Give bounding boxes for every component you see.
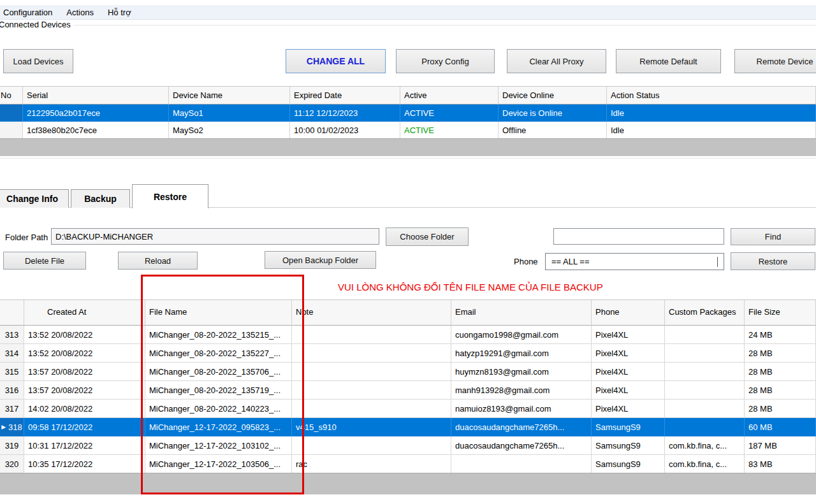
backup-row[interactable]: 313 13:52 20/08/2022 MiChanger_08-20-202… [0,326,816,344]
backup-packages-cell[interactable] [665,363,745,381]
backup-email-cell[interactable]: huymzn8193@gmail.com [451,363,592,381]
backup-phone-cell[interactable]: Pixel4XL [592,326,665,344]
backup-packages-cell[interactable] [665,344,745,363]
device-row[interactable]: 1cf38e80b20c7ece MaySo2 10:00 01/02/2023… [0,122,816,139]
backup-filesize-cell[interactable]: 187 MB [745,436,816,455]
backup-row-number[interactable]: 313 [0,326,24,344]
tab-change-info[interactable]: Change Info [0,189,69,208]
device-action-status-cell[interactable]: Idle [607,104,816,122]
reload-button[interactable]: Reload [118,252,198,270]
backup-col-phone[interactable]: Phone [592,300,665,326]
backup-col-custom-packages[interactable]: Custom Packages [665,300,745,326]
backup-phone-cell[interactable]: Pixel4XL [592,363,665,381]
device-online-cell[interactable]: Offline [499,122,607,139]
backup-col-created-at[interactable]: Created At [24,300,145,326]
backup-email-cell[interactable]: cuongamo1998@gmail.com [451,326,592,344]
backup-row-number[interactable]: 315 [0,363,24,381]
find-button[interactable]: Find [731,228,815,245]
remote-default-button[interactable]: Remote Default [616,49,721,73]
backup-row[interactable]: 320 10:35 17/12/2022 MiChanger_12-17-202… [0,455,816,473]
backup-row-number[interactable]: 320 [0,455,24,473]
load-devices-button[interactable]: Load Devices [3,49,73,73]
device-row-header[interactable] [0,122,23,139]
backup-note-cell[interactable] [292,436,451,455]
backup-created-cell[interactable]: 13:52 20/08/2022 [24,344,145,363]
backup-row[interactable]: 314 13:52 20/08/2022 MiChanger_08-20-202… [0,344,816,363]
backup-row-number[interactable]: 317 [0,400,24,418]
backup-filename-cell[interactable]: MiChanger_08-20-2022_140223_... [145,400,292,418]
device-expired-cell[interactable]: 10:00 01/02/2023 [290,122,400,139]
remote-device-button[interactable]: Remote Device [734,49,816,73]
backup-created-cell[interactable]: 14:02 20/08/2022 [24,400,145,418]
device-serial-cell[interactable]: 2122950a2b017ece [23,104,169,122]
backup-note-cell[interactable]: v415_s910 [292,418,451,436]
backup-col-file-name[interactable]: File Name [145,300,292,326]
tab-backup[interactable]: Backup [71,189,130,208]
devices-col-active[interactable]: Active [400,87,499,104]
backup-filename-cell[interactable]: MiChanger_12-17-2022_103102_... [145,436,292,455]
device-online-cell[interactable]: Device is Online [499,104,607,122]
tab-restore[interactable]: Restore [132,184,208,208]
device-active-cell[interactable]: ACTIVE [400,104,499,122]
backup-row-number[interactable]: ▶318 [0,418,24,436]
backup-filesize-cell[interactable]: 83 MB [745,455,816,473]
backup-row-number[interactable]: 319 [0,436,24,455]
restore-button[interactable]: Restore [731,252,815,270]
backup-created-cell[interactable]: 09:58 17/12/2022 [24,418,145,436]
backup-email-cell[interactable]: duacosaudangchame7265h... [451,436,592,455]
backup-row-number[interactable]: 316 [0,381,24,400]
backup-phone-cell[interactable]: SamsungS9 [592,455,665,473]
backup-filesize-cell[interactable]: 28 MB [745,381,816,400]
backup-created-cell[interactable]: 13:57 20/08/2022 [24,381,145,400]
backup-packages-cell[interactable]: com.kb.fina, c... [665,455,745,473]
backup-filename-cell[interactable]: MiChanger_12-17-2022_095823_... [145,418,292,436]
backup-note-cell[interactable] [292,381,451,400]
backup-email-cell[interactable]: hatyzp19291@gmail.com [451,344,592,363]
backup-created-cell[interactable]: 10:35 17/12/2022 [24,455,145,473]
backup-row-selected[interactable]: ▶318 09:58 17/12/2022 MiChanger_12-17-20… [0,418,816,436]
open-backup-folder-button[interactable]: Open Backup Folder [265,251,376,269]
backup-col-rowheader[interactable] [0,300,24,326]
device-row-header[interactable] [0,104,23,122]
backup-row[interactable]: 319 10:31 17/12/2022 MiChanger_12-17-202… [0,436,816,455]
backup-packages-cell[interactable] [665,400,745,418]
backup-email-cell[interactable]: namuioz8193@gmail.com [451,400,592,418]
backup-note-cell[interactable] [292,363,451,381]
menu-actions[interactable]: Actions [59,6,101,19]
device-name-cell[interactable]: MaySo2 [169,122,290,139]
backup-email-cell[interactable]: manh913928@gmail.com [451,381,592,400]
backup-col-email[interactable]: Email [451,300,592,326]
device-expired-cell[interactable]: 11:12 12/12/2023 [290,104,400,122]
backup-note-cell[interactable] [292,344,451,363]
backup-note-cell[interactable] [292,326,451,344]
backup-row[interactable]: 317 14:02 20/08/2022 MiChanger_08-20-202… [0,400,816,418]
backup-phone-cell[interactable]: Pixel4XL [592,400,665,418]
device-name-cell[interactable]: MaySo1 [169,104,290,122]
backup-filename-cell[interactable]: MiChanger_08-20-2022_135215_... [145,326,292,344]
backup-filesize-cell[interactable]: 28 MB [745,363,816,381]
backup-note-cell[interactable]: rac [292,455,451,473]
device-serial-cell[interactable]: 1cf38e80b20c7ece [23,122,169,139]
delete-file-button[interactable]: Delete File [3,252,86,270]
backup-row-number[interactable]: 314 [0,344,24,363]
proxy-config-button[interactable]: Proxy Config [396,49,495,73]
backup-packages-cell[interactable]: com.kb.fina, c... [665,436,745,455]
backup-row[interactable]: 315 13:57 20/08/2022 MiChanger_08-20-202… [0,363,816,381]
folder-path-input[interactable] [51,228,379,245]
backup-filename-cell[interactable]: MiChanger_08-20-2022_135719_... [145,381,292,400]
backup-created-cell[interactable]: 10:31 17/12/2022 [24,436,145,455]
phone-filter-dropdown[interactable]: == ALL == [545,253,724,270]
devices-col-serial[interactable]: Serial [23,87,169,104]
devices-col-device-online[interactable]: Device Online [499,87,607,104]
backup-filesize-cell[interactable]: 28 MB [745,344,816,363]
backup-phone-cell[interactable]: SamsungS9 [592,436,665,455]
backup-filename-cell[interactable]: MiChanger_12-17-2022_103506_... [145,455,292,473]
devices-col-no[interactable]: No [0,87,23,104]
clear-all-proxy-button[interactable]: Clear All Proxy [507,49,606,73]
backup-email-cell[interactable] [451,455,592,473]
backup-packages-cell[interactable] [665,326,745,344]
backup-phone-cell[interactable]: Pixel4XL [592,344,665,363]
device-row[interactable]: 2122950a2b017ece MaySo1 11:12 12/12/2023… [0,104,816,122]
device-active-cell[interactable]: ACTIVE [400,122,499,139]
change-all-button[interactable]: CHANGE ALL [286,49,386,73]
